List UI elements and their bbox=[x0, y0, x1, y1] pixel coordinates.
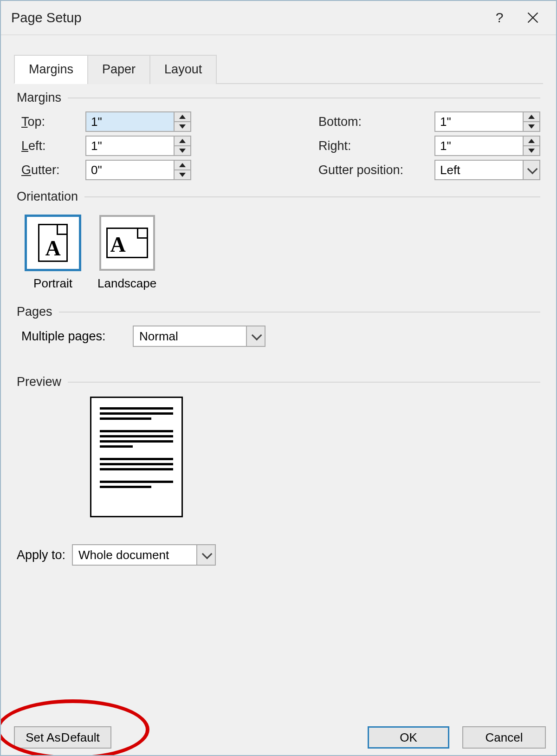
set-as-default-button[interactable]: Set As Default bbox=[14, 726, 111, 749]
input-bottom-value[interactable]: 1" bbox=[435, 112, 523, 131]
orientation-portrait[interactable]: A Portrait bbox=[25, 215, 81, 291]
input-right-value[interactable]: 1" bbox=[435, 137, 523, 155]
spin-up-icon[interactable] bbox=[175, 137, 190, 145]
input-gutter-value[interactable]: 0" bbox=[86, 161, 174, 179]
tab-bar: Margins Paper Layout bbox=[14, 54, 543, 84]
spin-down-icon[interactable] bbox=[524, 121, 539, 131]
orientation-section-label: Orientation bbox=[17, 189, 78, 204]
spin-up-icon[interactable] bbox=[524, 112, 539, 121]
page-landscape-icon: A bbox=[106, 228, 148, 258]
divider bbox=[59, 312, 540, 313]
select-multiple-pages[interactable]: Normal bbox=[133, 326, 266, 347]
dialog-title: Page Setup bbox=[11, 10, 483, 26]
select-apply-to-value: Whole document bbox=[73, 545, 196, 565]
input-gutter[interactable]: 0" bbox=[85, 160, 191, 180]
input-left[interactable]: 1" bbox=[85, 136, 191, 156]
spin-down-icon[interactable] bbox=[175, 145, 190, 155]
cancel-button[interactable]: Cancel bbox=[462, 726, 546, 749]
spin-down-icon[interactable] bbox=[524, 145, 539, 155]
spin-down-icon[interactable] bbox=[175, 169, 190, 179]
select-gutter-position[interactable]: Left bbox=[434, 160, 540, 180]
pages-section-label: Pages bbox=[17, 305, 52, 319]
titlebar: Page Setup ? bbox=[1, 1, 556, 35]
input-bottom[interactable]: 1" bbox=[434, 111, 540, 132]
preview-section-label: Preview bbox=[17, 375, 61, 389]
spin-down-icon[interactable] bbox=[175, 121, 190, 131]
chevron-down-icon[interactable] bbox=[523, 161, 539, 179]
input-top[interactable]: 1" bbox=[85, 111, 191, 132]
label-apply-to: Apply to: bbox=[17, 548, 65, 562]
spin-up-icon[interactable] bbox=[175, 161, 190, 169]
label-multiple-pages: Multiple pages: bbox=[21, 329, 133, 344]
ok-button[interactable]: OK bbox=[368, 726, 449, 749]
orientation-portrait-label: Portrait bbox=[33, 276, 72, 291]
margins-section-label: Margins bbox=[17, 91, 61, 105]
tab-paper[interactable]: Paper bbox=[87, 55, 150, 84]
chevron-down-icon[interactable] bbox=[196, 545, 215, 565]
spin-up-icon[interactable] bbox=[524, 137, 539, 145]
chevron-down-icon[interactable] bbox=[246, 326, 265, 346]
input-top-value[interactable]: 1" bbox=[86, 112, 174, 131]
divider bbox=[68, 98, 540, 98]
divider bbox=[68, 382, 540, 383]
orientation-landscape[interactable]: A Landscape bbox=[97, 215, 156, 291]
label-bottom: Bottom: bbox=[318, 115, 434, 129]
label-gutter: Gutter: bbox=[17, 163, 85, 177]
select-gutter-position-value: Left bbox=[435, 161, 523, 179]
section-margins: Margins Top: 1" Bottom: 1" bbox=[17, 91, 540, 180]
section-orientation: Orientation A Portrait A Landscape bbox=[17, 189, 540, 295]
input-right[interactable]: 1" bbox=[434, 136, 540, 156]
section-pages: Pages Multiple pages: Normal bbox=[17, 305, 540, 347]
tab-layout[interactable]: Layout bbox=[149, 55, 217, 84]
tab-margins[interactable]: Margins bbox=[14, 55, 88, 84]
page-portrait-icon: A bbox=[38, 224, 68, 262]
close-button[interactable] bbox=[516, 4, 550, 32]
select-multiple-pages-value: Normal bbox=[134, 326, 246, 346]
section-preview: Preview bbox=[17, 375, 540, 517]
apply-to-row: Apply to: Whole document bbox=[14, 544, 543, 566]
label-top: Top: bbox=[17, 115, 85, 129]
dialog-footer: Set As Default OK Cancel bbox=[14, 726, 546, 749]
preview-page-icon bbox=[90, 397, 183, 517]
orientation-landscape-label: Landscape bbox=[97, 276, 156, 291]
label-left: Left: bbox=[17, 139, 85, 153]
divider bbox=[84, 196, 540, 197]
label-gutter-position: Gutter position: bbox=[318, 163, 434, 177]
help-button[interactable]: ? bbox=[483, 4, 516, 32]
page-setup-dialog: Page Setup ? Margins Paper Layout Margin… bbox=[0, 0, 557, 756]
select-apply-to[interactable]: Whole document bbox=[72, 544, 216, 566]
close-icon bbox=[526, 11, 539, 24]
label-right: Right: bbox=[318, 139, 434, 153]
input-left-value[interactable]: 1" bbox=[86, 137, 174, 155]
spin-up-icon[interactable] bbox=[175, 112, 190, 121]
